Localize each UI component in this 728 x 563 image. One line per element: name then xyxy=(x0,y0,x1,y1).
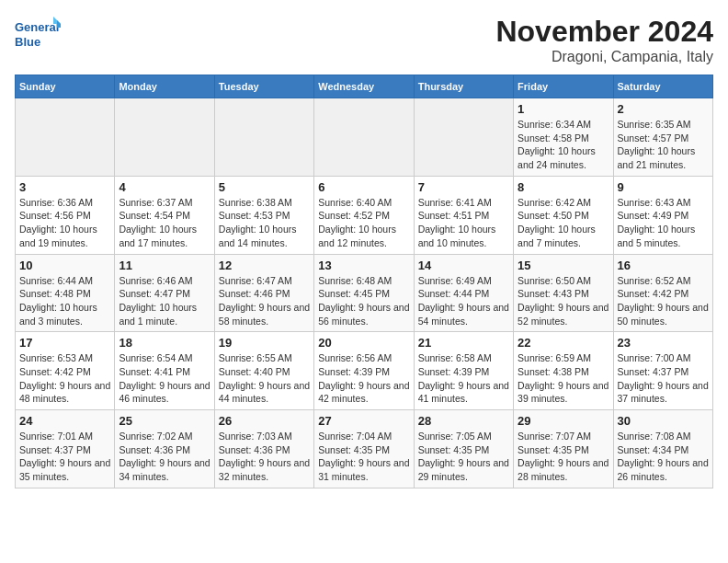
calendar-cell: 24Sunrise: 7:01 AM Sunset: 4:37 PM Dayli… xyxy=(16,410,115,488)
calendar-week-4: 17Sunrise: 6:53 AM Sunset: 4:42 PM Dayli… xyxy=(16,332,713,410)
day-number: 9 xyxy=(618,180,709,194)
svg-text:Blue: Blue xyxy=(15,35,40,49)
day-number: 11 xyxy=(119,259,210,272)
day-info: Sunrise: 6:38 AM Sunset: 4:53 PM Dayligh… xyxy=(219,196,310,250)
day-number: 15 xyxy=(518,259,609,272)
day-info: Sunrise: 6:55 AM Sunset: 4:40 PM Dayligh… xyxy=(219,351,310,406)
calendar-cell xyxy=(214,98,313,177)
weekday-header-row: SundayMondayTuesdayWednesdayThursdayFrid… xyxy=(16,75,713,98)
calendar-cell: 15Sunrise: 6:50 AM Sunset: 4:43 PM Dayli… xyxy=(514,254,613,332)
calendar-cell: 11Sunrise: 6:46 AM Sunset: 4:47 PM Dayli… xyxy=(115,254,214,332)
day-info: Sunrise: 6:47 AM Sunset: 4:46 PM Dayligh… xyxy=(219,274,310,328)
day-info: Sunrise: 6:36 AM Sunset: 4:56 PM Dayligh… xyxy=(19,196,110,250)
calendar-cell: 27Sunrise: 7:04 AM Sunset: 4:35 PM Dayli… xyxy=(314,410,414,488)
day-number: 18 xyxy=(119,336,210,350)
day-info: Sunrise: 6:56 AM Sunset: 4:39 PM Dayligh… xyxy=(318,351,409,406)
day-number: 6 xyxy=(318,180,409,194)
day-number: 24 xyxy=(19,414,110,428)
day-number: 30 xyxy=(618,414,709,428)
calendar-cell: 25Sunrise: 7:02 AM Sunset: 4:36 PM Dayli… xyxy=(115,410,214,488)
calendar-cell: 8Sunrise: 6:42 AM Sunset: 4:50 PM Daylig… xyxy=(514,176,613,254)
day-number: 19 xyxy=(219,336,310,350)
calendar-cell: 18Sunrise: 6:54 AM Sunset: 4:41 PM Dayli… xyxy=(115,332,214,410)
day-info: Sunrise: 6:59 AM Sunset: 4:38 PM Dayligh… xyxy=(518,351,609,406)
calendar-table: SundayMondayTuesdayWednesdayThursdayFrid… xyxy=(15,75,713,488)
calendar-cell: 16Sunrise: 6:52 AM Sunset: 4:42 PM Dayli… xyxy=(613,254,712,332)
day-number: 17 xyxy=(19,336,110,350)
calendar-cell: 9Sunrise: 6:43 AM Sunset: 4:49 PM Daylig… xyxy=(613,176,712,254)
day-info: Sunrise: 6:50 AM Sunset: 4:43 PM Dayligh… xyxy=(518,274,609,328)
calendar-cell: 23Sunrise: 7:00 AM Sunset: 4:37 PM Dayli… xyxy=(613,332,712,410)
weekday-header-friday: Friday xyxy=(514,75,613,98)
day-number: 16 xyxy=(618,259,709,272)
day-number: 2 xyxy=(618,102,709,116)
calendar-cell: 13Sunrise: 6:48 AM Sunset: 4:45 PM Dayli… xyxy=(314,254,414,332)
calendar-cell: 2Sunrise: 6:35 AM Sunset: 4:57 PM Daylig… xyxy=(613,98,712,177)
day-number: 13 xyxy=(318,259,409,272)
weekday-header-monday: Monday xyxy=(115,75,214,98)
calendar-cell: 29Sunrise: 7:07 AM Sunset: 4:35 PM Dayli… xyxy=(514,410,613,488)
day-number: 7 xyxy=(418,180,509,194)
title-area: November 2024 Dragoni, Campania, Italy xyxy=(495,15,713,65)
calendar-cell: 4Sunrise: 6:37 AM Sunset: 4:54 PM Daylig… xyxy=(115,176,214,254)
day-info: Sunrise: 6:46 AM Sunset: 4:47 PM Dayligh… xyxy=(119,274,210,328)
day-info: Sunrise: 6:37 AM Sunset: 4:54 PM Dayligh… xyxy=(119,196,210,250)
calendar-cell: 26Sunrise: 7:03 AM Sunset: 4:36 PM Dayli… xyxy=(214,410,313,488)
calendar-subtitle: Dragoni, Campania, Italy xyxy=(495,49,713,65)
calendar-week-3: 10Sunrise: 6:44 AM Sunset: 4:48 PM Dayli… xyxy=(16,254,713,332)
calendar-cell: 5Sunrise: 6:38 AM Sunset: 4:53 PM Daylig… xyxy=(214,176,313,254)
day-number: 14 xyxy=(418,259,509,272)
calendar-title: November 2024 xyxy=(495,15,713,49)
day-info: Sunrise: 6:42 AM Sunset: 4:50 PM Dayligh… xyxy=(518,196,609,250)
calendar-cell: 21Sunrise: 6:58 AM Sunset: 4:39 PM Dayli… xyxy=(414,332,513,410)
calendar-week-1: 1Sunrise: 6:34 AM Sunset: 4:58 PM Daylig… xyxy=(16,98,713,177)
calendar-cell: 1Sunrise: 6:34 AM Sunset: 4:58 PM Daylig… xyxy=(514,98,613,177)
day-number: 22 xyxy=(518,336,609,350)
calendar-cell: 3Sunrise: 6:36 AM Sunset: 4:56 PM Daylig… xyxy=(16,176,115,254)
calendar-cell xyxy=(115,98,214,177)
calendar-cell xyxy=(314,98,414,177)
calendar-cell: 17Sunrise: 6:53 AM Sunset: 4:42 PM Dayli… xyxy=(16,332,115,410)
day-number: 21 xyxy=(418,336,509,350)
day-number: 20 xyxy=(318,336,409,350)
day-number: 26 xyxy=(219,414,310,428)
day-number: 23 xyxy=(618,336,709,350)
day-info: Sunrise: 7:01 AM Sunset: 4:37 PM Dayligh… xyxy=(19,430,110,484)
calendar-cell xyxy=(414,98,513,177)
day-info: Sunrise: 7:07 AM Sunset: 4:35 PM Dayligh… xyxy=(518,430,609,484)
day-info: Sunrise: 6:35 AM Sunset: 4:57 PM Dayligh… xyxy=(618,118,709,172)
day-info: Sunrise: 6:48 AM Sunset: 4:45 PM Dayligh… xyxy=(318,274,409,328)
day-info: Sunrise: 6:53 AM Sunset: 4:42 PM Dayligh… xyxy=(19,351,110,406)
day-info: Sunrise: 7:02 AM Sunset: 4:36 PM Dayligh… xyxy=(119,430,210,484)
day-number: 28 xyxy=(418,414,509,428)
day-info: Sunrise: 6:41 AM Sunset: 4:51 PM Dayligh… xyxy=(418,196,509,250)
weekday-header-thursday: Thursday xyxy=(414,75,513,98)
day-info: Sunrise: 6:58 AM Sunset: 4:39 PM Dayligh… xyxy=(418,351,509,406)
day-info: Sunrise: 6:34 AM Sunset: 4:58 PM Dayligh… xyxy=(518,118,609,172)
day-number: 27 xyxy=(318,414,409,428)
day-info: Sunrise: 6:43 AM Sunset: 4:49 PM Dayligh… xyxy=(618,196,709,250)
calendar-cell: 10Sunrise: 6:44 AM Sunset: 4:48 PM Dayli… xyxy=(16,254,115,332)
day-number: 5 xyxy=(219,180,310,194)
day-info: Sunrise: 7:08 AM Sunset: 4:34 PM Dayligh… xyxy=(618,430,709,484)
day-info: Sunrise: 6:44 AM Sunset: 4:48 PM Dayligh… xyxy=(19,274,110,328)
day-info: Sunrise: 7:00 AM Sunset: 4:37 PM Dayligh… xyxy=(618,351,709,406)
day-info: Sunrise: 6:40 AM Sunset: 4:52 PM Dayligh… xyxy=(318,196,409,250)
svg-text:General: General xyxy=(15,20,59,34)
calendar-week-5: 24Sunrise: 7:01 AM Sunset: 4:37 PM Dayli… xyxy=(16,410,713,488)
calendar-week-2: 3Sunrise: 6:36 AM Sunset: 4:56 PM Daylig… xyxy=(16,176,713,254)
calendar-cell: 6Sunrise: 6:40 AM Sunset: 4:52 PM Daylig… xyxy=(314,176,414,254)
weekday-header-tuesday: Tuesday xyxy=(214,75,313,98)
day-info: Sunrise: 7:05 AM Sunset: 4:35 PM Dayligh… xyxy=(418,430,509,484)
weekday-header-saturday: Saturday xyxy=(613,75,712,98)
day-info: Sunrise: 6:49 AM Sunset: 4:44 PM Dayligh… xyxy=(418,274,509,328)
calendar-cell: 19Sunrise: 6:55 AM Sunset: 4:40 PM Dayli… xyxy=(214,332,313,410)
calendar-cell: 14Sunrise: 6:49 AM Sunset: 4:44 PM Dayli… xyxy=(414,254,513,332)
day-number: 29 xyxy=(518,414,609,428)
weekday-header-wednesday: Wednesday xyxy=(314,75,414,98)
day-number: 1 xyxy=(518,102,609,116)
header: General Blue November 2024 Dragoni, Camp… xyxy=(15,15,713,65)
calendar-cell: 28Sunrise: 7:05 AM Sunset: 4:35 PM Dayli… xyxy=(414,410,513,488)
day-number: 8 xyxy=(518,180,609,194)
logo: General Blue xyxy=(15,15,61,56)
